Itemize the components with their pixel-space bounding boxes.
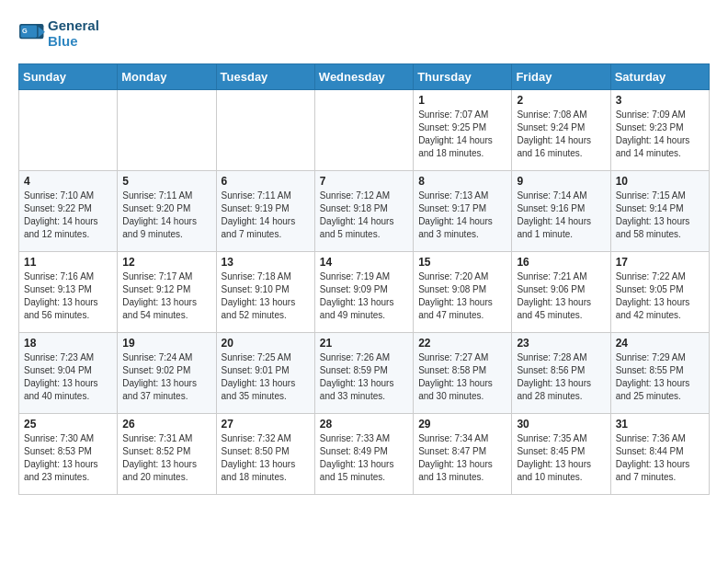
day-number: 21 (320, 337, 408, 350)
day-number: 24 (616, 337, 704, 350)
calendar-cell: 31Sunrise: 7:36 AM Sunset: 8:44 PM Dayli… (610, 414, 709, 495)
calendar-cell: 20Sunrise: 7:25 AM Sunset: 9:01 PM Dayli… (216, 333, 314, 414)
day-number: 20 (222, 337, 310, 350)
calendar-header: SundayMondayTuesdayWednesdayThursdayFrid… (19, 64, 710, 90)
calendar-cell: 2Sunrise: 7:08 AM Sunset: 9:24 PM Daylig… (512, 90, 610, 171)
calendar-cell: 22Sunrise: 7:27 AM Sunset: 8:58 PM Dayli… (414, 333, 512, 414)
day-number: 6 (222, 175, 310, 188)
calendar-cell: 8Sunrise: 7:13 AM Sunset: 9:17 PM Daylig… (414, 171, 512, 252)
calendar-cell: 11Sunrise: 7:16 AM Sunset: 9:13 PM Dayli… (19, 252, 118, 333)
calendar-cell: 28Sunrise: 7:33 AM Sunset: 8:49 PM Dayli… (314, 414, 413, 495)
day-number: 29 (418, 418, 506, 431)
logo-name-general: General (48, 18, 99, 34)
day-number: 22 (418, 337, 506, 350)
day-number: 25 (24, 418, 112, 431)
calendar-cell: 5Sunrise: 7:11 AM Sunset: 9:20 PM Daylig… (118, 171, 216, 252)
calendar-cell: 3Sunrise: 7:09 AM Sunset: 9:23 PM Daylig… (610, 90, 709, 171)
weekday-header-sunday: Sunday (19, 64, 118, 90)
day-number: 12 (122, 256, 210, 269)
calendar-cell: 16Sunrise: 7:21 AM Sunset: 9:06 PM Dayli… (512, 252, 610, 333)
calendar-cell: 4Sunrise: 7:10 AM Sunset: 9:22 PM Daylig… (19, 171, 118, 252)
day-number: 1 (418, 94, 506, 107)
day-info: Sunrise: 7:17 AM Sunset: 9:12 PM Dayligh… (122, 270, 210, 322)
day-info: Sunrise: 7:27 AM Sunset: 8:58 PM Dayligh… (418, 351, 506, 403)
day-info: Sunrise: 7:09 AM Sunset: 9:23 PM Dayligh… (616, 109, 704, 160)
day-info: Sunrise: 7:12 AM Sunset: 9:18 PM Dayligh… (320, 190, 408, 241)
day-number: 13 (222, 256, 310, 269)
day-info: Sunrise: 7:34 AM Sunset: 8:47 PM Dayligh… (418, 432, 506, 484)
day-number: 23 (517, 337, 605, 350)
day-info: Sunrise: 7:35 AM Sunset: 8:45 PM Dayligh… (517, 432, 605, 484)
day-info: Sunrise: 7:31 AM Sunset: 8:52 PM Dayligh… (122, 432, 210, 484)
weekday-header-saturday: Saturday (610, 64, 709, 90)
calendar-week-4: 18Sunrise: 7:23 AM Sunset: 9:04 PM Dayli… (19, 333, 710, 414)
weekday-header-thursday: Thursday (414, 64, 512, 90)
weekday-header-friday: Friday (512, 64, 610, 90)
day-info: Sunrise: 7:16 AM Sunset: 9:13 PM Dayligh… (24, 270, 112, 322)
day-info: Sunrise: 7:14 AM Sunset: 9:16 PM Dayligh… (517, 190, 605, 241)
calendar-cell: 6Sunrise: 7:11 AM Sunset: 9:19 PM Daylig… (216, 171, 314, 252)
day-info: Sunrise: 7:28 AM Sunset: 8:56 PM Dayligh… (517, 351, 605, 403)
calendar-cell: 14Sunrise: 7:19 AM Sunset: 9:09 PM Dayli… (314, 252, 413, 333)
day-info: Sunrise: 7:26 AM Sunset: 8:59 PM Dayligh… (320, 351, 408, 403)
day-info: Sunrise: 7:36 AM Sunset: 8:44 PM Dayligh… (616, 432, 704, 484)
day-info: Sunrise: 7:07 AM Sunset: 9:25 PM Dayligh… (418, 109, 506, 160)
weekday-header-monday: Monday (118, 64, 216, 90)
day-info: Sunrise: 7:15 AM Sunset: 9:14 PM Dayligh… (616, 190, 704, 241)
calendar-cell: 17Sunrise: 7:22 AM Sunset: 9:05 PM Dayli… (610, 252, 709, 333)
calendar-cell (118, 90, 216, 171)
calendar-week-3: 11Sunrise: 7:16 AM Sunset: 9:13 PM Dayli… (19, 252, 710, 333)
day-info: Sunrise: 7:20 AM Sunset: 9:08 PM Dayligh… (418, 270, 506, 322)
calendar-cell: 19Sunrise: 7:24 AM Sunset: 9:02 PM Dayli… (118, 333, 216, 414)
day-info: Sunrise: 7:13 AM Sunset: 9:17 PM Dayligh… (418, 190, 506, 241)
calendar-cell: 26Sunrise: 7:31 AM Sunset: 8:52 PM Dayli… (118, 414, 216, 495)
calendar-cell: 13Sunrise: 7:18 AM Sunset: 9:10 PM Dayli… (216, 252, 314, 333)
logo-icon: G (18, 24, 46, 44)
calendar-cell: 24Sunrise: 7:29 AM Sunset: 8:55 PM Dayli… (610, 333, 709, 414)
day-number: 8 (418, 175, 506, 188)
day-number: 7 (320, 175, 408, 188)
day-info: Sunrise: 7:33 AM Sunset: 8:49 PM Dayligh… (320, 432, 408, 484)
svg-text:G: G (22, 27, 28, 35)
weekday-header-wednesday: Wednesday (314, 64, 413, 90)
day-number: 18 (24, 337, 112, 350)
calendar-cell: 12Sunrise: 7:17 AM Sunset: 9:12 PM Dayli… (118, 252, 216, 333)
day-number: 3 (616, 94, 704, 107)
day-number: 14 (320, 256, 408, 269)
weekday-header-tuesday: Tuesday (216, 64, 314, 90)
calendar-cell: 23Sunrise: 7:28 AM Sunset: 8:56 PM Dayli… (512, 333, 610, 414)
calendar-cell (19, 90, 118, 171)
day-info: Sunrise: 7:24 AM Sunset: 9:02 PM Dayligh… (122, 351, 210, 403)
day-number: 5 (122, 175, 210, 188)
calendar-cell: 9Sunrise: 7:14 AM Sunset: 9:16 PM Daylig… (512, 171, 610, 252)
calendar-cell: 30Sunrise: 7:35 AM Sunset: 8:45 PM Dayli… (512, 414, 610, 495)
day-number: 28 (320, 418, 408, 431)
day-number: 15 (418, 256, 506, 269)
calendar-cell: 10Sunrise: 7:15 AM Sunset: 9:14 PM Dayli… (610, 171, 709, 252)
day-number: 27 (222, 418, 310, 431)
day-number: 2 (517, 94, 605, 107)
day-number: 30 (517, 418, 605, 431)
logo: G General Blue (18, 18, 99, 49)
calendar-cell: 7Sunrise: 7:12 AM Sunset: 9:18 PM Daylig… (314, 171, 413, 252)
day-info: Sunrise: 7:23 AM Sunset: 9:04 PM Dayligh… (24, 351, 112, 403)
calendar-cell: 18Sunrise: 7:23 AM Sunset: 9:04 PM Dayli… (19, 333, 118, 414)
calendar-cell (314, 90, 413, 171)
day-info: Sunrise: 7:32 AM Sunset: 8:50 PM Dayligh… (222, 432, 310, 484)
calendar-table: SundayMondayTuesdayWednesdayThursdayFrid… (18, 63, 710, 495)
calendar-cell: 15Sunrise: 7:20 AM Sunset: 9:08 PM Dayli… (414, 252, 512, 333)
day-number: 10 (616, 175, 704, 188)
calendar-week-1: 1Sunrise: 7:07 AM Sunset: 9:25 PM Daylig… (19, 90, 710, 171)
calendar-cell: 25Sunrise: 7:30 AM Sunset: 8:53 PM Dayli… (19, 414, 118, 495)
calendar-cell: 21Sunrise: 7:26 AM Sunset: 8:59 PM Dayli… (314, 333, 413, 414)
day-number: 9 (517, 175, 605, 188)
day-number: 26 (122, 418, 210, 431)
calendar-week-2: 4Sunrise: 7:10 AM Sunset: 9:22 PM Daylig… (19, 171, 710, 252)
day-number: 17 (616, 256, 704, 269)
day-info: Sunrise: 7:21 AM Sunset: 9:06 PM Dayligh… (517, 270, 605, 322)
logo-name-blue: Blue (48, 34, 99, 50)
calendar-cell (216, 90, 314, 171)
day-number: 4 (24, 175, 112, 188)
day-number: 11 (24, 256, 112, 269)
day-info: Sunrise: 7:30 AM Sunset: 8:53 PM Dayligh… (24, 432, 112, 484)
